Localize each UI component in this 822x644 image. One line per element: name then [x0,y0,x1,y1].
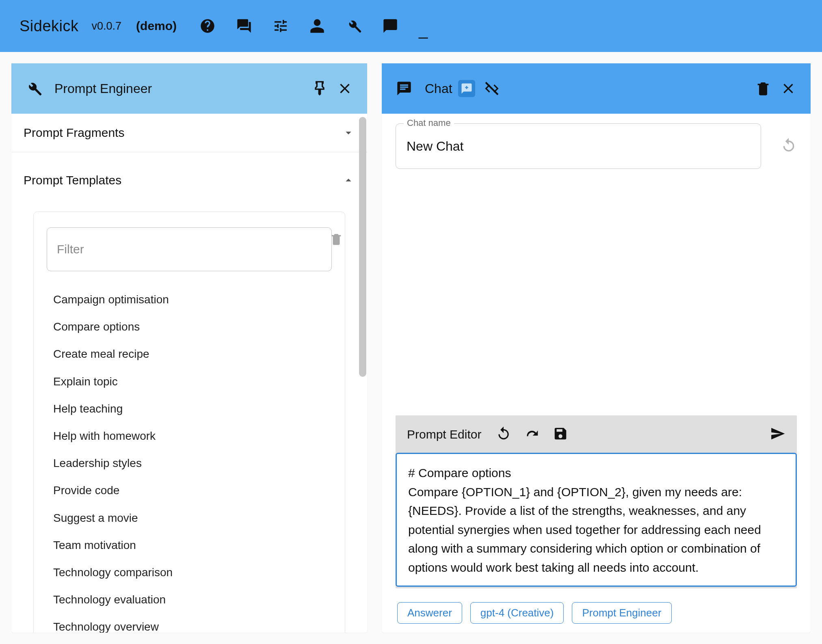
template-item[interactable]: Suggest a movie [51,504,328,532]
code-off-icon[interactable] [483,80,500,97]
workspace: Prompt Engineer Prompt Fragments [0,52,822,644]
app-demo-label: (demo) [136,19,177,33]
template-item[interactable]: Technology comparison [51,559,328,586]
reset-icon[interactable] [781,137,797,155]
close-icon[interactable] [336,80,353,97]
chat-body: Chat name Prompt Editor [382,114,811,633]
chat-name-label: Chat name [404,118,454,128]
chat-bubble-icon [396,80,413,97]
prompt-engineer-panel: Prompt Engineer Prompt Fragments [11,63,367,633]
save-icon[interactable] [553,426,568,443]
trash-icon[interactable] [755,80,772,97]
panel-title: Chat [425,81,452,96]
scrollbar[interactable] [359,117,366,377]
template-item[interactable]: Help teaching [51,395,328,422]
panel-title: Prompt Engineer [54,81,303,96]
qa-chat-icon[interactable] [236,18,252,34]
chip-answerer[interactable]: Answerer [397,602,462,624]
chat-messages-area [396,177,797,407]
send-icon[interactable] [770,426,785,443]
minimize-icon[interactable]: _ [419,13,428,39]
wrench-icon[interactable] [346,18,362,34]
left-panel-body: Prompt Fragments Prompt Templates [11,114,367,633]
template-item[interactable]: Create meal recipe [51,340,328,367]
prompt-editor-block: Prompt Editor [396,415,797,588]
chat-name-row: Chat name [396,123,797,169]
filter-card: Campaign optimisation Compare options Cr… [33,212,345,633]
chat-name-input[interactable] [396,123,761,169]
prompt-templates-section[interactable]: Prompt Templates Campaign [11,152,367,633]
template-item[interactable]: Explain topic [51,368,328,395]
template-item[interactable]: Technology overview [51,613,328,633]
undo-icon[interactable] [496,426,511,443]
chevron-up-icon [342,174,355,187]
tune-icon[interactable] [273,18,289,34]
add-chat-icon[interactable] [458,80,475,97]
person-icon[interactable] [309,18,325,34]
chip-model[interactable]: gpt-4 (Creative) [470,602,564,624]
template-item[interactable]: Leadership styles [51,450,328,477]
chat-name-field: Chat name [396,123,761,169]
wrench-icon [25,80,42,97]
accordion-label: Prompt Fragments [24,126,124,140]
editor-toolbar: Prompt Editor [396,416,797,453]
pin-icon[interactable] [311,80,328,97]
app-brand: Sidekick [19,17,79,35]
chevron-down-icon [342,126,355,139]
template-item[interactable]: Team motivation [51,532,328,559]
chat-header: Chat [382,63,811,114]
editor-title: Prompt Editor [407,428,481,441]
template-item[interactable]: Provide code [51,477,328,504]
app-version: v0.0.7 [92,20,122,32]
chat-panel: Chat Chat name [382,63,811,633]
top-bar: Sidekick v0.0.7 (demo) _ [0,0,822,52]
templates-body: Campaign optimisation Compare options Cr… [24,197,355,633]
template-item[interactable]: Campaign optimisation [51,286,328,313]
prompt-editor-textarea[interactable] [396,453,797,587]
accordion-label: Prompt Templates [24,173,121,187]
template-item[interactable]: Help with homework [51,422,328,450]
template-item[interactable]: Compare options [51,313,328,340]
comment-icon[interactable] [382,18,398,34]
close-icon[interactable] [780,80,797,97]
trash-icon[interactable] [329,232,346,249]
prompt-fragments-section[interactable]: Prompt Fragments [11,114,367,152]
template-item[interactable]: Technology evaluation [51,586,328,613]
prompt-engineer-header: Prompt Engineer [11,63,367,114]
redo-icon[interactable] [524,426,540,443]
chip-prompt-engineer[interactable]: Prompt Engineer [572,602,671,624]
chip-row: Answerer gpt-4 (Creative) Prompt Enginee… [396,596,797,625]
filter-input[interactable] [47,227,332,271]
help-icon[interactable] [199,18,216,34]
template-list: Campaign optimisation Compare options Cr… [47,278,332,633]
